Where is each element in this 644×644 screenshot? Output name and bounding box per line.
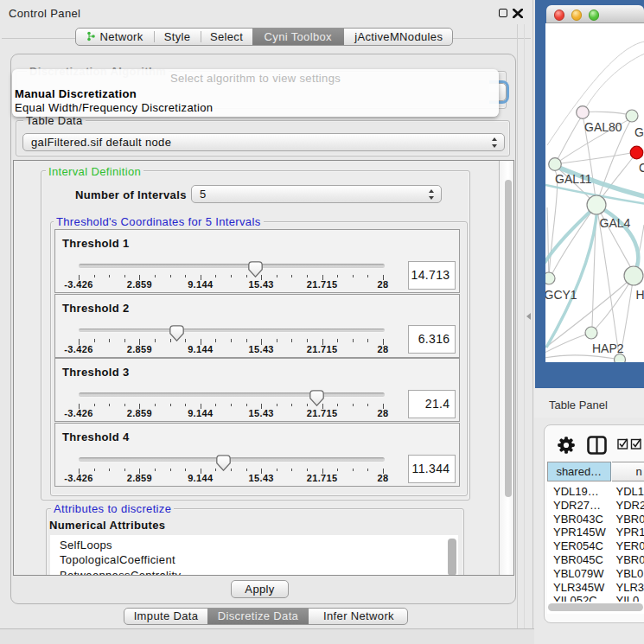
- svg-text:GAL80: GAL80: [584, 120, 622, 134]
- svg-text:GAL11: GAL11: [555, 172, 592, 186]
- svg-text:H: H: [636, 288, 644, 302]
- svg-text:HAP2: HAP2: [592, 341, 624, 355]
- svg-text:GAL4: GAL4: [600, 216, 631, 230]
- svg-text:GA: GA: [634, 125, 644, 139]
- svg-text:GCY1: GCY1: [545, 288, 577, 302]
- svg-text:CY: CY: [639, 161, 644, 175]
